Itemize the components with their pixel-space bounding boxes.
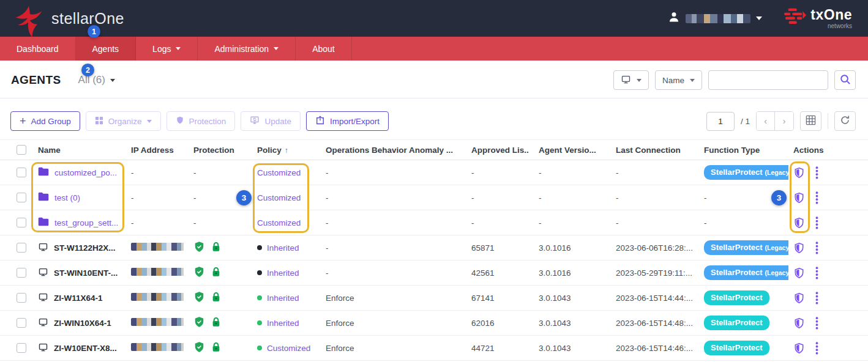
- table-row: ST-WIN10ENT-... - - Inherited - 42561 3.…: [0, 260, 868, 286]
- column-header-agent-version[interactable]: Agent Versio...: [529, 146, 606, 155]
- row-checkbox[interactable]: [17, 318, 26, 328]
- row-checkbox[interactable]: [17, 193, 26, 202]
- last-connection-value: 2023-06-15T14:46:...: [606, 344, 694, 353]
- agent-name-link[interactable]: ZI-W11X64-1: [54, 294, 103, 303]
- ip-address-redacted: [131, 318, 184, 326]
- policy-link[interactable]: Inherited: [267, 294, 299, 303]
- monitor-icon: [38, 317, 48, 329]
- protection-shield-action-icon[interactable]: [793, 192, 805, 204]
- refresh-icon: [840, 115, 850, 127]
- more-options-menu-icon[interactable]: [815, 191, 818, 204]
- policy-link[interactable]: Customized: [257, 193, 301, 202]
- nav-tab-administration[interactable]: Administration: [198, 37, 296, 61]
- sort-ascending-icon: ↑: [285, 146, 288, 155]
- policy-link[interactable]: Customized: [257, 218, 301, 227]
- row-checkbox[interactable]: [17, 168, 26, 177]
- next-page-button[interactable]: ›: [775, 112, 793, 130]
- lock-icon: [211, 292, 221, 305]
- column-header-last-connection[interactable]: Last Connection: [606, 146, 694, 155]
- row-checkbox[interactable]: [17, 218, 26, 227]
- protection-empty-value: -: [193, 193, 196, 202]
- policy-link[interactable]: Inherited: [267, 319, 299, 328]
- shield-check-icon: [193, 341, 205, 355]
- organize-button[interactable]: Organize: [86, 111, 161, 131]
- function-type-empty-value: -: [704, 218, 707, 227]
- column-header-ip[interactable]: IP Address: [121, 146, 184, 155]
- update-button[interactable]: Update: [241, 111, 301, 131]
- search-icon: [839, 73, 851, 87]
- agent-version-value: 3.0.1043: [529, 344, 606, 353]
- more-options-menu-icon[interactable]: [815, 242, 818, 254]
- import-export-button[interactable]: Import/Export: [306, 111, 389, 131]
- operations-behavior-value: -: [316, 243, 462, 253]
- column-header-protection[interactable]: Protection: [184, 146, 247, 155]
- last-connection-value: 2023-05-29T19:11:...: [606, 268, 694, 278]
- more-options-menu-icon[interactable]: [815, 267, 818, 279]
- user-account-menu[interactable]: [668, 11, 762, 26]
- agent-name-link[interactable]: customized_po...: [54, 168, 117, 177]
- policy-link[interactable]: Inherited: [267, 243, 299, 253]
- policy-link[interactable]: Customized: [257, 168, 301, 177]
- ip-address-redacted: [131, 243, 184, 251]
- shield-check-icon: [193, 291, 205, 305]
- protection-shield-action-icon[interactable]: [793, 317, 805, 329]
- chevron-down-icon: [690, 79, 695, 82]
- column-header-approved-list[interactable]: Approved Lis...: [462, 146, 529, 155]
- protection-shield-action-icon[interactable]: [793, 292, 805, 304]
- add-group-button[interactable]: + Add Group: [10, 111, 80, 131]
- search-button[interactable]: [834, 70, 856, 90]
- nav-tab-logs[interactable]: Logs: [136, 37, 198, 61]
- protection-shield-action-icon[interactable]: [793, 267, 805, 279]
- table-row: customized_po... - - Customized - - - -: [0, 160, 868, 185]
- previous-page-button[interactable]: ‹: [757, 112, 775, 130]
- search-field-selector[interactable]: Name: [655, 70, 702, 90]
- nav-tab-about[interactable]: About: [296, 37, 352, 61]
- group-scope-dropdown[interactable]: All (6): [78, 74, 115, 86]
- policy-link[interactable]: Inherited: [267, 268, 299, 278]
- protection-shield-action-icon[interactable]: [793, 242, 805, 254]
- column-header-policy[interactable]: Policy↑: [247, 146, 316, 155]
- last-connection-value: 2023-06-06T16:28:...: [606, 243, 694, 253]
- row-checkbox[interactable]: [17, 343, 26, 353]
- search-input[interactable]: [708, 70, 828, 90]
- chevron-down-icon: [637, 79, 642, 82]
- function-type-empty-value: -: [704, 193, 707, 202]
- column-header-oba[interactable]: Operations Behavior Anomaly ...: [316, 146, 462, 155]
- protection-shield-action-icon[interactable]: [793, 167, 805, 179]
- select-all-checkbox[interactable]: [17, 145, 26, 155]
- column-header-function-type[interactable]: Function Type: [694, 146, 788, 155]
- lock-icon: [211, 317, 221, 330]
- row-checkbox[interactable]: [17, 243, 26, 253]
- device-type-filter-button[interactable]: [613, 70, 649, 90]
- more-options-menu-icon[interactable]: [815, 342, 818, 355]
- more-options-menu-icon[interactable]: [815, 166, 818, 179]
- txone-wordmark: txOne: [810, 8, 852, 22]
- agent-name-link[interactable]: ST-W1122H2X...: [54, 243, 116, 253]
- row-checkbox[interactable]: [17, 268, 26, 278]
- agent-name-link[interactable]: ZI-W10ENT-X8...: [54, 344, 117, 353]
- table-grid-icon: [806, 115, 816, 127]
- stellarone-brand: stellarOne: [13, 0, 124, 40]
- refresh-button[interactable]: [834, 111, 856, 131]
- protection-shield-action-icon[interactable]: [793, 342, 805, 354]
- agent-name-link[interactable]: ZI-WIN10X64-1: [54, 319, 111, 328]
- page-number-input[interactable]: [706, 112, 735, 131]
- row-checkbox[interactable]: [17, 293, 26, 303]
- agent-version-value: 3.0.1043: [529, 294, 606, 303]
- protection-shield-action-icon[interactable]: [793, 217, 805, 229]
- agent-name-link[interactable]: test_group_sett...: [54, 218, 118, 227]
- more-options-menu-icon[interactable]: [815, 216, 818, 229]
- policy-link[interactable]: Customized: [267, 344, 310, 353]
- column-settings-button[interactable]: [800, 111, 821, 131]
- toolbar-divider: [828, 113, 828, 129]
- more-options-menu-icon[interactable]: [815, 292, 818, 305]
- username-redacted: [686, 14, 750, 23]
- function-type-badge: StellarProtect: [704, 341, 769, 355]
- more-options-menu-icon[interactable]: [815, 317, 818, 330]
- agent-name-link[interactable]: test (0): [54, 193, 80, 202]
- protection-button[interactable]: Protection: [166, 111, 236, 131]
- column-header-name[interactable]: Name: [29, 146, 121, 155]
- approved-list-value: 67141: [462, 294, 529, 303]
- agent-name-link[interactable]: ST-WIN10ENT-...: [54, 268, 118, 278]
- page-title: AGENTS: [11, 73, 61, 87]
